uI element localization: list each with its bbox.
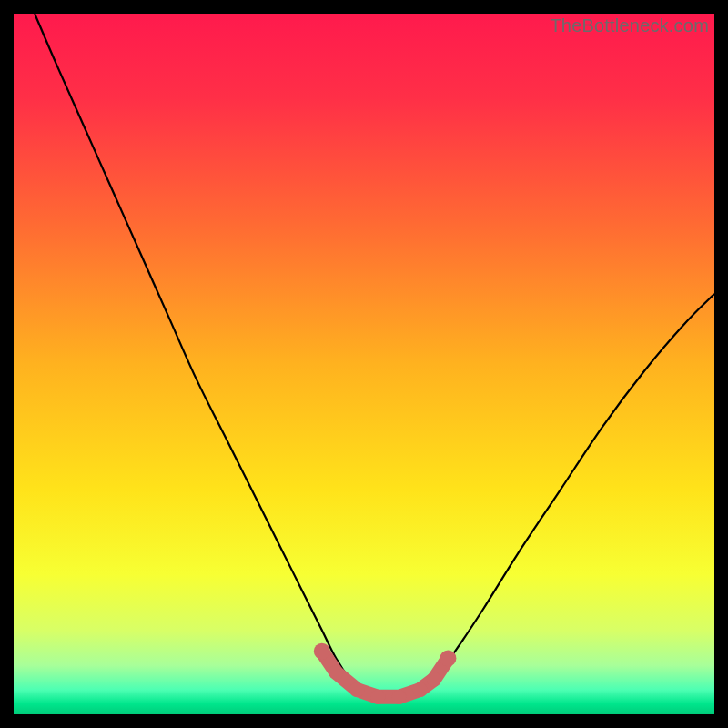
marker-dot [413,682,428,697]
marker-dot [370,690,385,704]
gradient-background [14,14,714,714]
marker-dot [329,665,343,680]
chart-frame: TheBottleneck.com [14,14,714,714]
watermark-text: TheBottleneck.com [550,15,709,36]
marker-dot [392,690,407,704]
marker-dot [427,672,441,687]
marker-dot [314,643,330,660]
marker-dot [349,682,364,697]
bottleneck-chart [14,14,714,714]
marker-dot [440,650,456,666]
